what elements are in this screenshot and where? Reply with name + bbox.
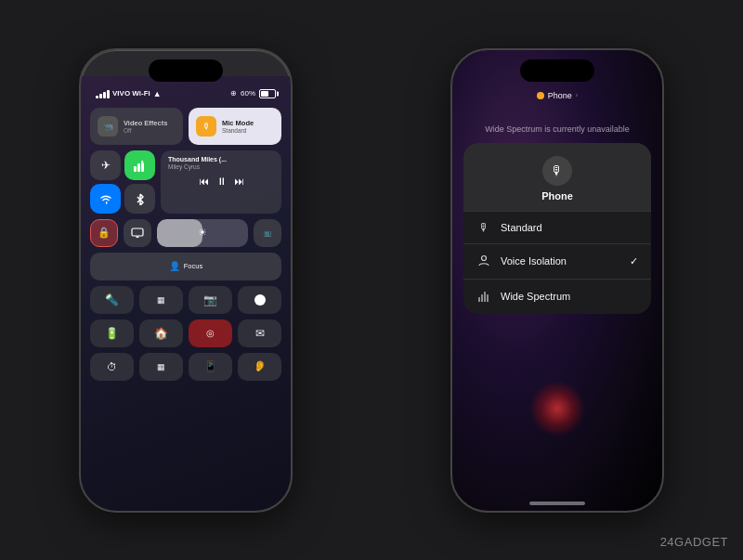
signal-bars	[96, 89, 110, 98]
mic-mode-icon: 🎙	[196, 116, 216, 137]
page-container: VIVO Wi-Fi ▲ ⊕ 60% 📹	[0, 0, 743, 560]
home-indicator-right	[529, 501, 585, 505]
call-dot	[537, 92, 544, 99]
airplane-toggle[interactable]: ✈	[90, 150, 121, 180]
app-row-1: 🔦 ▦ 📷	[90, 286, 281, 314]
mic-mode-sublabel: Standard	[222, 127, 254, 134]
red-glow-indicator	[529, 381, 585, 436]
main-row: ✈	[90, 150, 281, 214]
mic-option-standard[interactable]: 🎙 Standard	[463, 211, 651, 243]
call-app-name: Phone	[548, 91, 572, 100]
battery-widget[interactable]: 🔋	[90, 319, 134, 347]
screen-record-button[interactable]	[238, 286, 281, 314]
video-effects-widget[interactable]: 📹 Video Effects Off	[90, 108, 183, 145]
focus-button[interactable]: 👤 Focus	[90, 253, 281, 280]
wifi-status-icon: ▲	[153, 89, 162, 98]
video-effects-icon: 📹	[98, 116, 118, 137]
music-prev-icon[interactable]: ⏮	[199, 176, 209, 187]
flashlight-button[interactable]: 🔦	[90, 286, 134, 314]
control-center-widgets: 📹 Video Effects Off 🎙 Mic Mode Standard	[81, 102, 291, 386]
svg-rect-0	[134, 166, 137, 172]
voice-isolation-label: Voice Isolation	[501, 255, 620, 267]
standard-label: Standard	[501, 222, 638, 233]
mic-popup-header: 🎙 Phone	[463, 143, 651, 211]
warning-text: Wide Spectrum is currently unavailable	[452, 124, 662, 134]
bluetooth-toggle[interactable]	[124, 184, 155, 214]
svg-rect-6	[478, 297, 480, 302]
phone-right: Phone › Wide Spectrum is currently unava…	[450, 48, 664, 513]
video-effects-label: Video Effects	[124, 119, 167, 127]
mic-mode-text: Mic Mode Standard	[222, 119, 254, 134]
mic-option-wide-spectrum[interactable]: Wide Spectrum	[463, 279, 651, 314]
wide-spectrum-icon	[476, 289, 491, 305]
mic-mode-widget[interactable]: 🎙 Mic Mode Standard	[189, 108, 281, 145]
screen-mirror-button[interactable]	[124, 219, 151, 247]
watermark: 24GADGET	[660, 535, 728, 549]
phone-left: VIVO Wi-Fi ▲ ⊕ 60% 📹	[79, 48, 293, 513]
shortcuts-button[interactable]: ⏱	[90, 353, 134, 381]
mic-popup-header-icon: 🎙	[542, 156, 572, 186]
music-artist: Miley Cyrus	[168, 163, 274, 170]
calculator-button[interactable]: ▦	[139, 286, 183, 314]
music-next-icon[interactable]: ⏭	[234, 176, 244, 187]
carrier-text: VIVO Wi-Fi	[112, 89, 150, 98]
lock-rotation-button[interactable]: 🔒	[90, 219, 118, 247]
music-play-icon[interactable]: ⏸	[216, 176, 227, 187]
mic-popup-title: Phone	[541, 190, 573, 202]
app-row-3: ⏱ ▦ 📱 👂	[90, 353, 281, 381]
screen-left: VIVO Wi-Fi ▲ ⊕ 60% 📹	[81, 76, 291, 513]
mic-mode-label: Mic Mode	[222, 119, 254, 127]
call-chevron-icon: ›	[576, 92, 578, 98]
status-right: ⊕ 60%	[230, 89, 276, 98]
svg-point-3	[143, 160, 147, 163]
voice-isolation-checkmark: ✓	[630, 255, 638, 267]
brightness-slider[interactable]: ☀	[157, 219, 248, 247]
video-effects-text: Video Effects Off	[124, 119, 167, 134]
appletv-button[interactable]: 📺	[254, 219, 281, 247]
svg-rect-9	[487, 294, 489, 302]
cellular-toggle[interactable]	[124, 150, 155, 180]
battery-indicator	[259, 89, 276, 98]
app-row-2: 🔋 🏠 ◎ ✉	[90, 319, 281, 347]
focus-row: 👤 Focus	[90, 253, 281, 280]
svg-rect-7	[481, 294, 483, 302]
svg-rect-4	[132, 228, 143, 236]
battery-icon: ⊕	[230, 89, 237, 98]
voice-isolation-icon	[476, 254, 491, 269]
home-button[interactable]: 🏠	[139, 319, 183, 347]
battery-percent: 60%	[241, 89, 255, 98]
remote-button[interactable]: 📱	[189, 353, 232, 381]
signal-carrier: VIVO Wi-Fi ▲	[96, 89, 162, 98]
svg-point-5	[482, 255, 487, 260]
second-row: 🔒 ☀ 📺	[90, 219, 281, 247]
accessibility-button[interactable]: 👂	[238, 353, 281, 381]
call-app-indicator: Phone ›	[452, 91, 662, 100]
focus-icon: 👤	[169, 261, 180, 271]
standard-mic-icon: 🎙	[476, 221, 491, 234]
network-toggles: ✈	[90, 150, 155, 214]
dynamic-island-right	[520, 59, 594, 82]
screen-right: Phone › Wide Spectrum is currently unava…	[452, 50, 662, 511]
wifi-toggle[interactable]	[90, 184, 121, 214]
svg-rect-1	[137, 163, 140, 172]
mic-mode-popup: 🎙 Phone 🎙 Standard Voice	[463, 143, 651, 314]
camera-button[interactable]: 📷	[189, 286, 232, 314]
shazam-button[interactable]: ◎	[189, 319, 232, 347]
music-controls: ⏮ ⏸ ⏭	[168, 176, 274, 187]
focus-label: Focus	[184, 262, 202, 270]
music-title: Thousand Miles (...	[168, 156, 274, 163]
mail-button[interactable]: ✉	[238, 319, 281, 347]
mic-option-voice-isolation[interactable]: Voice Isolation ✓	[463, 243, 651, 279]
music-widget[interactable]: Thousand Miles (... Miley Cyrus ⏮ ⏸ ⏭	[161, 150, 281, 214]
scan-button[interactable]: ▦	[139, 353, 183, 381]
video-effects-sublabel: Off	[124, 127, 167, 134]
dynamic-island-left	[149, 59, 223, 82]
top-row-widgets: 📹 Video Effects Off 🎙 Mic Mode Standard	[90, 108, 281, 145]
wide-spectrum-label: Wide Spectrum	[501, 291, 638, 302]
svg-rect-8	[484, 292, 486, 302]
call-info: Phone ›	[452, 91, 662, 102]
